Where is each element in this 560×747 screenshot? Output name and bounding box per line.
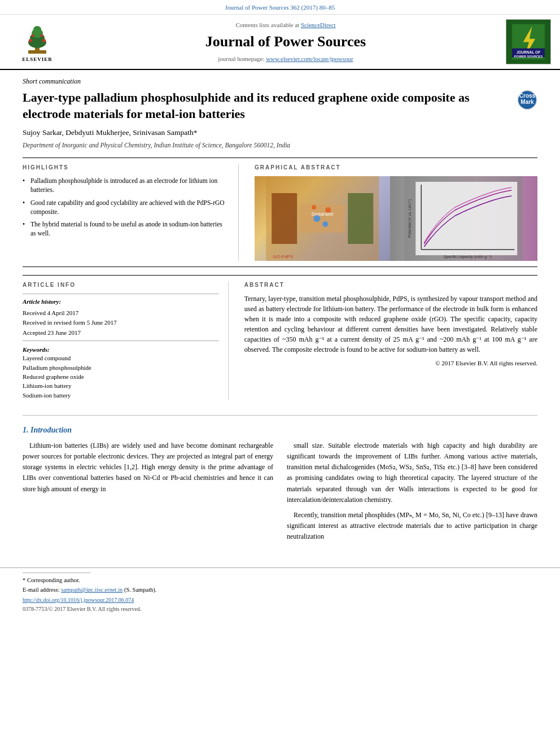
section-name: Introduction bbox=[30, 426, 72, 434]
elsevier-text: ELSEVIER bbox=[22, 56, 53, 63]
contents-line: Contents lists available at ScienceDirec… bbox=[72, 21, 499, 29]
svg-point-27 bbox=[322, 221, 328, 227]
keyword-5: Sodium-ion battery bbox=[23, 391, 219, 400]
graphical-abstract-column: GRAPHICAL ABSTRACT Separator bbox=[250, 164, 537, 261]
svg-text:Cross: Cross bbox=[519, 93, 536, 99]
graphical-right-panel: Specific capacity (mAh g⁻¹) Potential (V… bbox=[390, 176, 537, 261]
intro-col-1: Lithium-ion batteries (LIBs) are widely … bbox=[23, 440, 273, 547]
svg-point-4 bbox=[33, 26, 41, 33]
intro-para-3: Recently, transition metal phosphides (M… bbox=[287, 510, 537, 543]
article-footer: * Corresponding author. E-mail address: … bbox=[0, 567, 560, 618]
email-label: E-mail address: bbox=[23, 587, 61, 593]
article-title-row: Layer-type palladium phosphosulphide and… bbox=[23, 90, 537, 122]
email-person: (S. Sampath). bbox=[124, 587, 156, 593]
svg-text:POWER SOURCES: POWER SOURCES bbox=[514, 55, 543, 59]
svg-text:GO-PdPS: GO-PdPS bbox=[273, 254, 293, 259]
highlights-graphical-section: HIGHLIGHTS Palladium phosphosulphide is … bbox=[23, 158, 537, 267]
graphical-left-svg: Separator GO-PdPS bbox=[255, 176, 390, 261]
svg-point-6 bbox=[42, 39, 46, 42]
graphical-left-panel: Separator GO-PdPS bbox=[255, 176, 390, 261]
journal-header: ELSEVIER Contents lists available at Sci… bbox=[0, 15, 560, 70]
history-label: Article history: bbox=[23, 298, 219, 306]
svg-text:Mark: Mark bbox=[520, 99, 534, 105]
accepted-text: Accepted 23 June 2017 bbox=[23, 329, 81, 336]
svg-point-8 bbox=[41, 34, 43, 37]
intro-col-2: small size. Suitable electrode materials… bbox=[287, 440, 537, 547]
email-address[interactable]: sampath@ipc.iisc.ernet.in bbox=[61, 587, 123, 593]
highlight-item-1: Palladium phosphosulphide is introduced … bbox=[23, 176, 229, 194]
keyword-2: Palladium phosphosulphide bbox=[23, 364, 219, 372]
issn-line: 0378-7753/© 2017 Elsevier B.V. All right… bbox=[23, 605, 537, 613]
journal-homepage: journal homepage: www.elsevier.com/locat… bbox=[72, 55, 499, 63]
page-container: Journal of Power Sources 362 (2017) 80–8… bbox=[0, 0, 560, 618]
svg-rect-23 bbox=[272, 193, 297, 244]
svg-point-5 bbox=[29, 39, 32, 42]
svg-rect-31 bbox=[416, 182, 518, 255]
accepted-date: Accepted 23 June 2017 bbox=[23, 329, 219, 337]
keywords-section: Keywords: Layered compound Palladium pho… bbox=[23, 346, 219, 400]
svg-text:JOURNAL OF: JOURNAL OF bbox=[517, 50, 540, 54]
svg-point-28 bbox=[312, 205, 316, 209]
email-note: E-mail address: sampath@ipc.iisc.ernet.i… bbox=[23, 586, 537, 595]
keyword-4: Lithium-ion battery bbox=[23, 382, 219, 390]
section-title: 1. Introduction bbox=[23, 425, 537, 436]
svg-point-25 bbox=[313, 215, 320, 222]
elsevier-tree-icon bbox=[15, 21, 60, 55]
corresponding-author-note: * Corresponding author. bbox=[23, 576, 537, 585]
power-sources-logo-icon: JOURNAL OF POWER SOURCES bbox=[509, 22, 548, 62]
contents-text: Contents lists available at bbox=[235, 21, 300, 28]
keyword-3: Reduced graphene oxide bbox=[23, 373, 219, 381]
footer-divider bbox=[23, 573, 90, 573]
main-content: Short communication Layer-type palladium… bbox=[0, 70, 560, 558]
homepage-text: journal homepage: bbox=[218, 55, 266, 62]
graphical-right-svg: Specific capacity (mAh g⁻¹) Potential (V… bbox=[390, 176, 537, 261]
highlights-column: HIGHLIGHTS Palladium phosphosulphide is … bbox=[23, 164, 239, 261]
intro-para-1: Lithium-ion batteries (LIBs) are widely … bbox=[23, 440, 273, 495]
revised-date: Received in revised form 5 June 2017 bbox=[23, 318, 219, 327]
corresponding-author-label: * Corresponding author. bbox=[23, 577, 80, 583]
section-number: 1. bbox=[23, 426, 29, 434]
authors: Sujoy Sarkar, Debdyuti Mukherjee, Sriniv… bbox=[23, 128, 537, 138]
top-bar: Journal of Power Sources 362 (2017) 80–8… bbox=[0, 0, 560, 15]
info-divider-2 bbox=[23, 340, 219, 341]
keyword-1: Layered compound bbox=[23, 354, 219, 362]
journal-title-main: Journal of Power Sources bbox=[72, 32, 499, 52]
sciencedirect-link[interactable]: ScienceDirect bbox=[301, 21, 336, 28]
abstract-text: Ternary, layer-type, transition metal ph… bbox=[244, 294, 537, 355]
highlights-list: Palladium phosphosulphide is introduced … bbox=[23, 176, 229, 238]
homepage-url[interactable]: www.elsevier.com/locate/jpowsour bbox=[266, 55, 353, 62]
revised-text: Received in revised form 5 June 2017 bbox=[23, 319, 117, 326]
svg-text:Specific capacity (mAh g⁻¹): Specific capacity (mAh g⁻¹) bbox=[444, 255, 492, 259]
abstract-column: ABSTRACT Ternary, layer-type, transition… bbox=[240, 281, 537, 400]
section-type: Short communication bbox=[23, 77, 537, 86]
article-info-column: ARTICLE INFO Article history: Received 4… bbox=[23, 281, 229, 400]
authors-text: Sujoy Sarkar, Debdyuti Mukherjee, Sriniv… bbox=[23, 128, 198, 137]
intro-two-col: Lithium-ion batteries (LIBs) are widely … bbox=[23, 440, 537, 547]
abstract-label: ABSTRACT bbox=[244, 281, 537, 289]
graphical-overlay: Separator GO-PdPS bbox=[255, 176, 537, 261]
introduction-section: 1. Introduction Lithium-ion batteries (L… bbox=[23, 425, 537, 547]
affiliation: Department of Inorganic and Physical Che… bbox=[23, 141, 537, 150]
article-info-label: ARTICLE INFO bbox=[23, 281, 219, 289]
svg-text:Potential (V vs. Li/Li⁺): Potential (V vs. Li/Li⁺) bbox=[408, 199, 413, 238]
info-abstract-section: ARTICLE INFO Article history: Received 4… bbox=[23, 275, 537, 406]
section-divider bbox=[23, 415, 537, 416]
highlight-item-2: Good rate capability and good cyclabilit… bbox=[23, 198, 229, 216]
crossmark-icon: Cross Mark bbox=[517, 90, 537, 113]
received-text: Received 4 April 2017 bbox=[23, 309, 78, 316]
graphical-abstract-image: Separator GO-PdPS bbox=[255, 176, 537, 261]
power-sources-logo: JOURNAL OF POWER SOURCES bbox=[506, 19, 551, 64]
svg-point-26 bbox=[325, 207, 331, 213]
doi-link[interactable]: http://dx.doi.org/10.1016/j.jpowsour.201… bbox=[23, 596, 537, 604]
journal-center: Contents lists available at ScienceDirec… bbox=[72, 21, 499, 63]
highlight-item-3: The hybrid material is found to be usefu… bbox=[23, 220, 229, 238]
copyright-text: © 2017 Elsevier B.V. All rights reserved… bbox=[244, 359, 537, 368]
intro-para-2: small size. Suitable electrode materials… bbox=[287, 440, 537, 505]
svg-rect-9 bbox=[28, 50, 46, 54]
article-title: Layer-type palladium phosphosulphide and… bbox=[23, 90, 510, 122]
graphical-abstract-label: GRAPHICAL ABSTRACT bbox=[255, 164, 537, 172]
journal-reference: Journal of Power Sources 362 (2017) 80–8… bbox=[225, 4, 335, 11]
svg-rect-21 bbox=[300, 204, 345, 233]
elsevier-logo-area: ELSEVIER bbox=[9, 21, 65, 63]
info-divider-1 bbox=[23, 294, 219, 294]
